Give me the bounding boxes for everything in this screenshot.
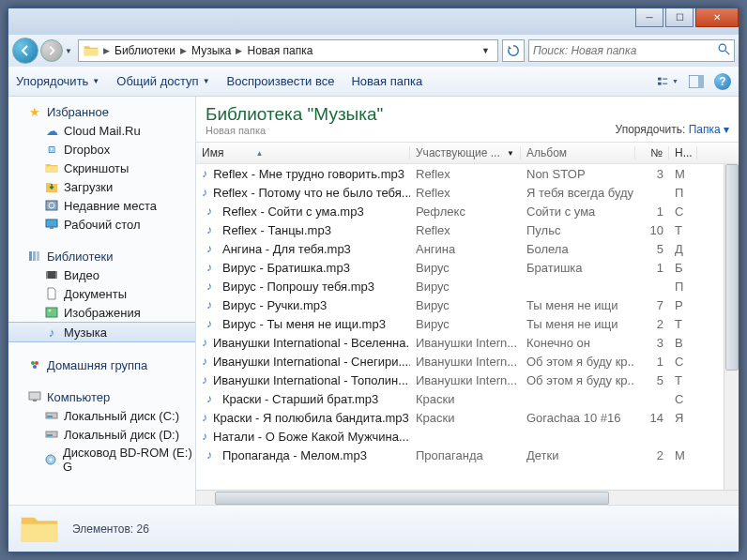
file-row[interactable]: ♪Иванушки International - Снегири....Ива… [196,352,739,371]
chevron-right-icon[interactable]: ▶ [178,46,189,55]
file-row[interactable]: ♪Пропаганда - Мелом.mp3ПропагандаДетки2М [196,446,739,464]
folder-icon [20,512,59,546]
pictures-icon [44,305,59,320]
music-file-icon: ♪ [202,279,217,294]
sidebar-item-desktop[interactable]: Рабочий стол [8,215,195,234]
svg-point-20 [31,361,35,365]
sidebar-item-cloud[interactable]: ☁Cloud Mail.Ru [8,121,195,140]
file-row[interactable]: ♪Reflex - Потому что не было тебя....Ref… [196,183,739,202]
scrollbar-thumb[interactable] [215,492,609,505]
vertical-scrollbar[interactable] [724,164,739,490]
file-name2: Т [669,317,697,331]
forward-button[interactable] [40,39,63,62]
chevron-right-icon[interactable]: ▶ [101,46,112,55]
music-icon: ♪ [44,325,59,340]
sidebar-computer[interactable]: Компьютер [8,387,195,406]
file-row[interactable]: ♪Натали - О Боже Какой Мужчина.... [196,427,739,446]
file-row[interactable]: ♪Reflex - Сойти с ума.mp3РефлексСойти с … [196,202,739,220]
library-header: Библиотека "Музыка" Новая папка Упорядоч… [196,97,739,142]
sidebar-homegroup[interactable]: Домашняя группа [8,356,195,374]
breadcrumb-item[interactable]: Музыка [189,44,234,57]
sidebar-item-pictures[interactable]: Изображения [8,303,195,322]
svg-rect-28 [47,434,53,436]
sidebar-item-disk-c[interactable]: Локальный диск (C:) [8,406,195,425]
file-row[interactable]: ♪Вирус - Ты меня не ищи.mp3ВирусТы меня … [196,314,739,333]
preview-pane-button[interactable] [686,71,707,92]
file-name: Reflex - Танцы.mp3 [222,223,331,237]
search-icon[interactable] [718,43,730,58]
arrange-by-dropdown[interactable]: Папка ▾ [689,123,729,136]
filter-dropdown-icon[interactable]: ▼ [507,149,514,158]
sidebar-item-bdrom[interactable]: Дисковод BD-ROM (E:) G [8,444,195,476]
file-name2: Т [669,223,697,237]
status-bar: Элементов: 26 [8,505,739,552]
file-track: 7 [635,298,669,312]
libraries-icon [27,249,42,264]
minimize-button[interactable]: ─ [635,8,663,27]
view-options-button[interactable]: ▼ [658,71,678,92]
scrollbar-thumb[interactable] [725,164,739,371]
file-name: Краски - Старший брат.mp3 [222,392,378,406]
file-track: 2 [635,317,669,331]
sidebar-item-recent[interactable]: Недавние места [8,196,195,215]
new-folder-button[interactable]: Новая папка [351,74,422,88]
chevron-right-icon[interactable]: ▶ [234,46,244,55]
item-count: Элементов: 26 [72,522,149,536]
file-row[interactable]: ♪Вирус - Попрошу тебя.mp3ВирусП [196,277,739,295]
file-row[interactable]: ♪Reflex - Мне трудно говорить.mp3ReflexN… [196,164,739,183]
help-button[interactable]: ? [714,73,731,90]
file-row[interactable]: ♪Краски - Старший брат.mp3КраскиС [196,389,739,408]
breadcrumb-item[interactable]: Библиотеки [112,44,178,57]
close-button[interactable]: ✕ [695,8,739,27]
music-file-icon: ♪ [202,391,217,406]
file-artist: Reflex [410,223,521,237]
star-icon: ★ [27,104,42,119]
svg-line-1 [725,51,729,54]
sidebar-item-documents[interactable]: Документы [8,284,195,303]
column-name[interactable]: Имя▲ [196,146,410,159]
file-row[interactable]: ♪Вирус - Ручки.mp3ВирусТы меня не ищи7Р [196,295,739,314]
sidebar-item-downloads[interactable]: Загрузки [8,177,195,196]
column-track[interactable]: № [635,146,669,159]
music-file-icon: ♪ [202,185,207,200]
music-file-icon: ♪ [202,204,217,219]
music-file-icon: ♪ [202,260,217,275]
sidebar-item-videos[interactable]: Видео [8,265,195,284]
sidebar-libraries[interactable]: Библиотеки [8,247,195,265]
search-input[interactable] [533,44,718,57]
sidebar-item-music[interactable]: ♪Музыка [8,322,195,342]
column-name2[interactable]: Н... [669,146,697,159]
file-artist: Ангина [410,242,521,256]
file-row[interactable]: ♪Ангина - Для тебя.mp3АнгинаБолела5Д [196,239,739,258]
file-row[interactable]: ♪Иванушки International - Вселенна...Ива… [196,333,739,352]
organize-menu[interactable]: Упорядочить▼ [16,74,99,88]
sidebar-favorites[interactable]: ★Избранное [8,102,195,121]
file-row[interactable]: ♪Reflex - Танцы.mp3ReflexПульс10Т [196,220,739,239]
bdrom-icon [44,452,58,467]
maximize-button[interactable]: ☐ [665,8,694,27]
file-row[interactable]: ♪Краски - Я полюбила бандита.mp3КраскиGo… [196,408,739,427]
address-bar[interactable]: ▶ Библиотеки ▶ Музыка ▶ Новая папка ▼ [78,39,498,62]
breadcrumb-item[interactable]: Новая папка [244,44,315,57]
search-box[interactable] [528,39,735,62]
file-row[interactable]: ♪Иванушки International - Тополин...Иван… [196,371,739,389]
sidebar-item-disk-d[interactable]: Локальный диск (D:) [8,425,195,444]
music-file-icon: ♪ [202,297,217,312]
back-button[interactable] [12,38,38,64]
refresh-button[interactable] [502,39,525,62]
address-dropdown[interactable]: ▼ [476,46,495,55]
share-menu[interactable]: Общий доступ▼ [116,74,209,88]
column-artist[interactable]: Участвующие ...▼ [410,146,521,159]
file-row[interactable]: ♪Вирус - Братишка.mp3ВирусБратишка1Б [196,258,739,277]
column-album[interactable]: Альбом [521,146,635,159]
sidebar-item-dropbox[interactable]: ⧈Dropbox [8,140,195,159]
file-name2: Б [669,261,697,275]
horizontal-scrollbar[interactable] [196,490,739,505]
sidebar-item-screenshots[interactable]: Скриншоты [8,159,195,177]
nav-row: ▼ ▶ Библиотеки ▶ Музыка ▶ Новая папка ▼ [8,35,739,67]
file-artist: Пропаганда [410,448,521,462]
play-all-button[interactable]: Воспроизвести все [227,74,335,88]
nav-history-dropdown[interactable]: ▼ [63,47,74,55]
file-name2: Я [669,411,697,425]
file-name2: П [669,280,697,294]
